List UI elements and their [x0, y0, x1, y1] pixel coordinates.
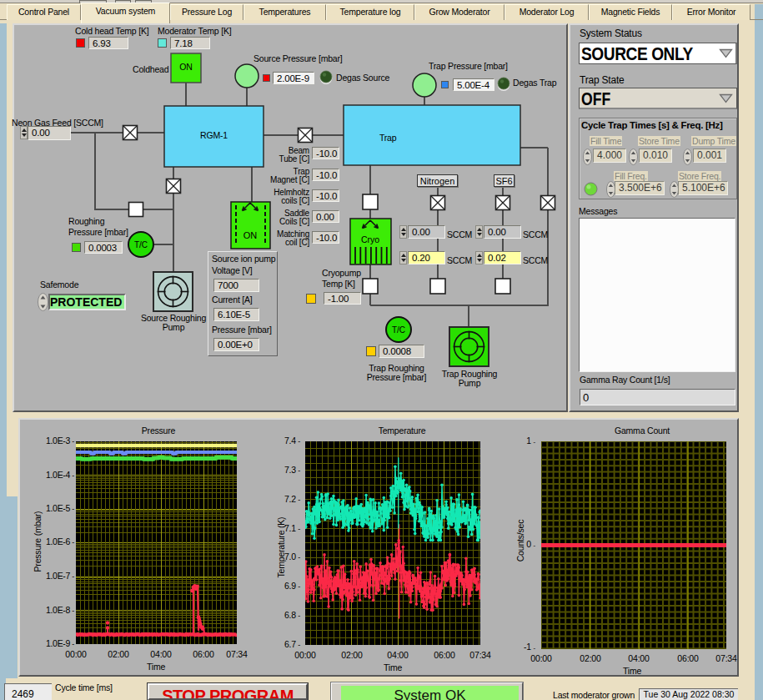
svg-text:ON: ON [243, 230, 258, 240]
svg-text:Cryo: Cryo [361, 234, 379, 244]
svg-text:T/C: T/C [392, 325, 405, 335]
svg-text:T/C: T/C [134, 240, 148, 249]
